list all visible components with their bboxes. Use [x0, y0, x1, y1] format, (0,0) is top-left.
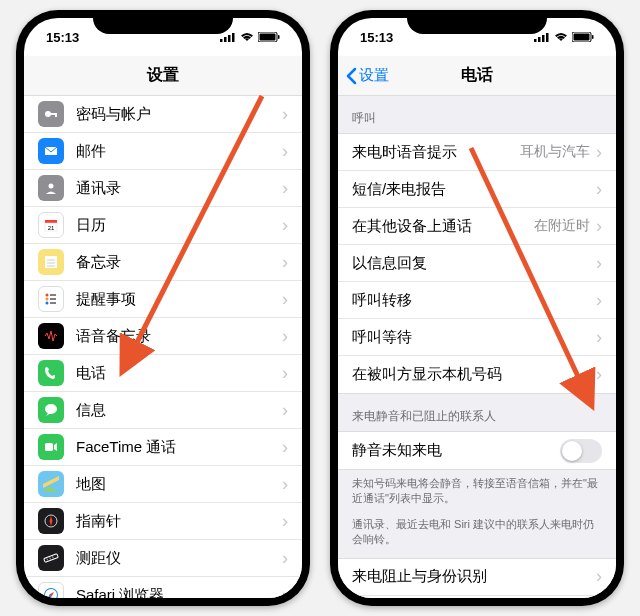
voice-icon — [38, 323, 64, 349]
row-label: 测距仪 — [76, 549, 276, 568]
silence-unknown-toggle[interactable] — [560, 439, 602, 463]
status-icons — [534, 32, 594, 42]
row-value: 在附近时 — [534, 217, 590, 235]
settings-row-mail[interactable]: 邮件 › — [24, 133, 302, 170]
maps-icon — [38, 471, 64, 497]
row-label: 日历 — [76, 216, 276, 235]
phone-settings-list[interactable]: 呼叫 来电时语音提示 耳机与汽车 ›短信/来电报告 ›在其他设备上通话 在附近时… — [338, 96, 616, 598]
chevron-right-icon: › — [282, 141, 288, 162]
svg-rect-49 — [546, 33, 549, 42]
settings-row-voice[interactable]: 语音备忘录 › — [24, 318, 302, 355]
svg-marker-33 — [50, 516, 53, 526]
call-row[interactable]: 呼叫等待 › — [338, 319, 616, 356]
settings-row-contacts[interactable]: 通讯录 › — [24, 170, 302, 207]
svg-rect-48 — [542, 35, 545, 42]
row-label: 静音未知来电 — [352, 441, 560, 460]
chevron-right-icon: › — [282, 326, 288, 347]
row-label: 地图 — [76, 475, 276, 494]
chevron-right-icon: › — [282, 437, 288, 458]
call-row[interactable]: 短信/来电报告 › — [338, 171, 616, 208]
settings-row-calendar[interactable]: 21 日历 › — [24, 207, 302, 244]
chevron-right-icon: › — [282, 363, 288, 384]
battery-icon — [258, 32, 280, 42]
svg-rect-1 — [224, 37, 227, 42]
row-label: Safari 浏览器 — [76, 586, 276, 599]
wifi-icon — [240, 32, 254, 42]
chevron-right-icon: › — [282, 400, 288, 421]
row-label: 密码与帐户 — [76, 105, 276, 124]
section-header-silence: 来电静音和已阻止的联系人 — [338, 394, 616, 431]
silence-group: 静音未知来电 — [338, 431, 616, 470]
mail-icon — [38, 138, 64, 164]
svg-rect-3 — [232, 33, 235, 42]
chevron-right-icon: › — [596, 290, 602, 311]
silence-unknown-row[interactable]: 静音未知来电 — [338, 432, 616, 469]
settings-row-key[interactable]: 密码与帐户 › — [24, 96, 302, 133]
settings-row-phone[interactable]: 电话 › — [24, 355, 302, 392]
call-row[interactable]: 以信息回复 › — [338, 245, 616, 282]
notch — [407, 10, 547, 34]
call-group: 来电时语音提示 耳机与汽车 ›短信/来电报告 ›在其他设备上通话 在附近时 ›以… — [338, 133, 616, 394]
section-header-call: 呼叫 — [338, 96, 616, 133]
chevron-right-icon: › — [282, 585, 288, 599]
settings-row-maps[interactable]: 地图 › — [24, 466, 302, 503]
settings-row-compass[interactable]: 指南针 › — [24, 503, 302, 540]
chevron-right-icon: › — [282, 178, 288, 199]
chevron-right-icon: › — [282, 289, 288, 310]
back-label: 设置 — [359, 66, 389, 85]
row-label: 来电时语音提示 — [352, 143, 520, 162]
chevron-right-icon: › — [282, 474, 288, 495]
battery-icon — [572, 32, 594, 42]
row-label: 提醒事项 — [76, 290, 276, 309]
block-row[interactable]: 已阻止的联系人 › — [338, 596, 616, 598]
call-row[interactable]: 在其他设备上通话 在附近时 › — [338, 208, 616, 245]
settings-row-measure[interactable]: 测距仪 › — [24, 540, 302, 577]
call-row[interactable]: 呼叫转移 › — [338, 282, 616, 319]
silence-footer-2: 通讯录、最近去电和 Siri 建议中的联系人来电时仍会响铃。 — [338, 517, 616, 558]
contacts-icon — [38, 175, 64, 201]
settings-list[interactable]: 密码与帐户 › 邮件 › 通讯录 ›21 日历 › 备忘录 › 提醒事项 › 语… — [24, 96, 302, 598]
chevron-right-icon: › — [596, 327, 602, 348]
row-label: 通讯录 — [76, 179, 276, 198]
svg-line-36 — [50, 557, 51, 559]
back-button[interactable]: 设置 — [346, 66, 389, 85]
status-time: 15:13 — [360, 30, 393, 45]
page-title: 设置 — [147, 65, 179, 86]
chevron-right-icon: › — [282, 548, 288, 569]
chevron-right-icon: › — [282, 511, 288, 532]
notch — [93, 10, 233, 34]
call-row[interactable]: 来电时语音提示 耳机与汽车 › — [338, 134, 616, 171]
phone-icon — [38, 360, 64, 386]
svg-rect-52 — [592, 35, 594, 39]
block-row[interactable]: 来电阻止与身份识别 › — [338, 559, 616, 596]
settings-row-facetime[interactable]: FaceTime 通话 › — [24, 429, 302, 466]
settings-row-messages[interactable]: 信息 › — [24, 392, 302, 429]
svg-rect-27 — [45, 443, 53, 451]
row-label: 在被叫方显示本机号码 — [352, 365, 590, 384]
chevron-right-icon: › — [596, 142, 602, 163]
row-label: 短信/来电报告 — [352, 180, 590, 199]
status-time: 15:13 — [46, 30, 79, 45]
row-label: 来电阻止与身份识别 — [352, 567, 590, 586]
settings-row-safari[interactable]: Safari 浏览器 › — [24, 577, 302, 598]
chevron-right-icon: › — [596, 216, 602, 237]
header-right: 设置 电话 — [338, 56, 616, 96]
chevron-left-icon — [346, 67, 357, 85]
svg-rect-2 — [228, 35, 231, 42]
svg-rect-34 — [44, 554, 59, 563]
chevron-right-icon: › — [596, 179, 602, 200]
calendar-icon: 21 — [38, 212, 64, 238]
page-title: 电话 — [461, 65, 493, 86]
chevron-right-icon: › — [282, 215, 288, 236]
row-value: 耳机与汽车 — [520, 143, 590, 161]
svg-point-20 — [46, 298, 49, 301]
measure-icon — [38, 545, 64, 571]
silence-footer-1: 未知号码来电将会静音，转接至语音信箱，并在"最近通话"列表中显示。 — [338, 470, 616, 517]
settings-row-reminders[interactable]: 提醒事项 › — [24, 281, 302, 318]
settings-row-notes[interactable]: 备忘录 › — [24, 244, 302, 281]
key-icon — [38, 101, 64, 127]
call-row[interactable]: 在被叫方显示本机号码 › — [338, 356, 616, 393]
reminders-icon — [38, 286, 64, 312]
svg-point-21 — [46, 302, 49, 305]
chevron-right-icon: › — [596, 364, 602, 385]
